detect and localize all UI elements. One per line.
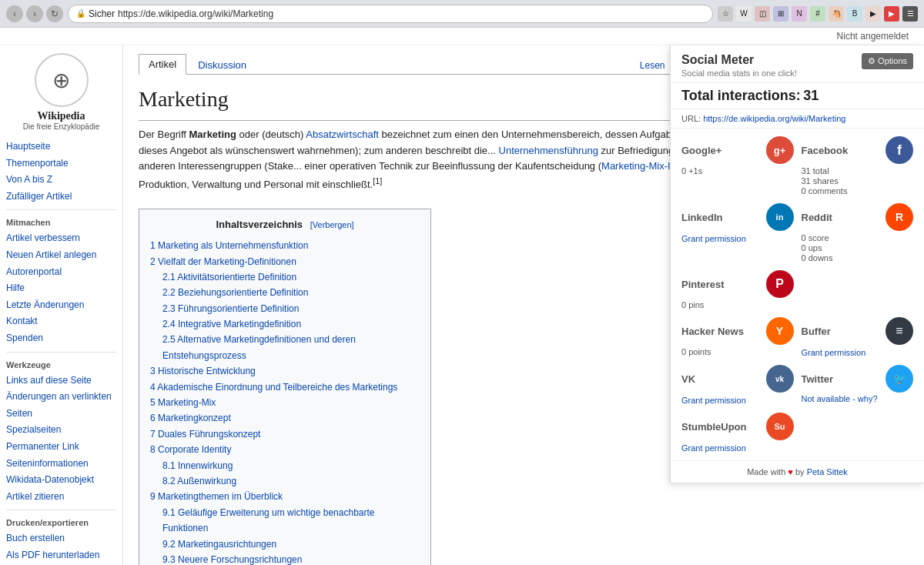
ext-6[interactable]: 🐴: [829, 6, 844, 22]
sm-linkedin-header: LinkedIn in: [681, 203, 794, 231]
toc-link-8[interactable]: 8 Corporate Identity: [150, 444, 231, 455]
toc-link-8-1[interactable]: 8.1 Innenwirkung: [162, 460, 233, 471]
sm-twitter-not-available[interactable]: Not available - why?: [802, 394, 914, 403]
sm-footer: Made with ♥ by Peta Sittek: [671, 460, 924, 483]
sm-twitter-name: Twitter: [802, 373, 834, 385]
sm-reddit-downs: 0 downs: [802, 253, 914, 262]
sidebar-item-buch-erstellen[interactable]: Buch erstellen: [6, 530, 116, 547]
sidebar-item-permanenter-link[interactable]: Permanenter Link: [6, 439, 116, 456]
toc-item: 9.3 Neuere Forschungsrichtungen: [162, 552, 420, 565]
sm-google-name: Google+: [681, 145, 721, 156]
toc-item: 2 Vielfalt der Marketing-Definitionen: [150, 254, 420, 269]
ext-5[interactable]: #: [810, 6, 825, 22]
toc-toggle[interactable]: [Verbergen]: [310, 220, 354, 229]
sidebar-item-artikel-verbessern[interactable]: Artikel verbessern: [6, 230, 116, 247]
sidebar-item-themenportale[interactable]: Themenportale: [6, 155, 116, 172]
sm-vk-permission[interactable]: Grant permission: [681, 396, 794, 405]
ext-3[interactable]: ⊞: [773, 6, 788, 22]
toc-link-9-1[interactable]: 9.1 Geläufige Erweiterung um wichtige be…: [162, 507, 375, 533]
ext-2[interactable]: ◫: [755, 6, 770, 22]
sidebar-item-aenderungen-verlinkten[interactable]: Änderungen an verlinkten Seiten: [6, 389, 116, 422]
back-button[interactable]: ‹: [6, 5, 23, 22]
sidebar-item-hilfe[interactable]: Hilfe: [6, 280, 116, 297]
sidebar-item-spenden[interactable]: Spenden: [6, 330, 116, 347]
toc-link-9-3[interactable]: 9.3 Neuere Forschungsrichtungen: [162, 554, 302, 565]
sidebar-item-als-pdf[interactable]: Als PDF herunterladen: [6, 547, 116, 564]
sm-facebook-icon: f: [886, 136, 913, 164]
toc-link-6[interactable]: 6 Marketingkonzept: [150, 413, 231, 423]
sidebar-item-kontakt[interactable]: Kontakt: [6, 313, 116, 330]
address-bar[interactable]: 🔒 Sicher https://de.wikipedia.org/wiki/M…: [68, 5, 713, 23]
sidebar-item-wikidata[interactable]: Wikidata-Datenobjekt: [6, 472, 116, 489]
sm-linkedin-icon: in: [766, 203, 794, 231]
sidebar-item-neuen-artikel[interactable]: Neuen Artikel anlegen: [6, 247, 116, 264]
toc-link-4[interactable]: 4 Akademische Einordnung und Teilbereich…: [150, 382, 397, 393]
sidebar-item-seiteninformationen[interactable]: Seiteninformationen: [6, 456, 116, 473]
sm-url-link[interactable]: https://de.wikipedia.org/wiki/Marketing: [703, 114, 845, 123]
toc-link-1[interactable]: 1 Marketing als Unternehmensfunktion: [150, 240, 308, 251]
toc-link-2-3[interactable]: 2.3 Führungsorientierte Definition: [162, 303, 299, 314]
sm-total-row: Total interactions: 31: [671, 83, 924, 109]
toc-link-2-1[interactable]: 2.1 Aktivitätsorientierte Definition: [162, 272, 296, 282]
browser-chrome: ‹ › ↻ 🔒 Sicher https://de.wikipedia.org/…: [0, 0, 924, 28]
link-absatzwirtschaft[interactable]: Absatzwirtschaft: [306, 129, 379, 140]
toc-item: 8.1 Innenwirkung: [162, 458, 420, 473]
toc-link-9-2[interactable]: 9.2 Marketingausrichtungen: [162, 539, 276, 550]
reload-button[interactable]: ↻: [46, 5, 63, 22]
toc-item: 2.3 Führungsorientierte Definition: [162, 301, 420, 316]
sidebar-item-von-a-bis-z[interactable]: Von A bis Z: [6, 172, 116, 189]
sm-item-reddit: Reddit R 0 score 0 ups 0 downs: [802, 203, 914, 262]
tab-lesen[interactable]: Lesen: [630, 55, 675, 75]
toc-link-8-2[interactable]: 8.2 Außenwirkung: [162, 476, 236, 486]
sm-twitter-header: Twitter 🐦: [802, 365, 914, 393]
ext-youtube[interactable]: ▶: [884, 6, 899, 22]
ext-9[interactable]: ☰: [902, 6, 918, 22]
sidebar-item-links-auf-diese[interactable]: Links auf diese Seite: [6, 373, 116, 389]
wiki-logo-title: Wikipedia: [6, 110, 116, 122]
sm-header: Social Meter Social media stats in one c…: [671, 45, 924, 83]
sm-linkedin-permission[interactable]: Grant permission: [681, 234, 794, 243]
toc-link-9[interactable]: 9 Marketingthemen im Überblick: [150, 491, 283, 502]
sm-reddit-ups: 0 ups: [802, 243, 914, 252]
ext-4[interactable]: N: [792, 6, 807, 22]
nav-buttons: ‹ › ↻: [6, 5, 63, 22]
sidebar-item-zufaelliger[interactable]: Zufälliger Artikel: [6, 189, 116, 206]
sm-buffer-permission[interactable]: Grant permission: [802, 348, 914, 357]
toc-item: 2.2 Beziehungsorientierte Definition: [162, 285, 420, 300]
heart-icon: ♥: [788, 467, 793, 476]
sm-vk-icon: vk: [766, 365, 794, 393]
sm-pinterest-header: Pinterest P: [681, 270, 794, 298]
sidebar-item-letzte-aenderungen[interactable]: Letzte Änderungen: [6, 297, 116, 314]
toc-link-3[interactable]: 3 Historische Entwicklung: [150, 366, 256, 376]
toc-link-7[interactable]: 7 Duales Führungskonzept: [150, 429, 260, 440]
sidebar-item-artikel-zitieren[interactable]: Artikel zitieren: [6, 489, 116, 506]
ext-star[interactable]: ☆: [718, 6, 733, 22]
toc-item: 9.2 Marketingausrichtungen: [162, 537, 420, 552]
sidebar-item-hauptseite[interactable]: Hauptseite: [6, 139, 116, 155]
ext-7[interactable]: B: [847, 6, 862, 22]
toc-item: 7 Duales Führungskonzept: [150, 426, 420, 442]
toc-link-5[interactable]: 5 Marketing-Mix: [150, 397, 216, 408]
sm-facebook-count-total: 31 total: [802, 166, 914, 176]
forward-button[interactable]: ›: [26, 5, 43, 22]
sm-options-button[interactable]: ⚙ Options: [862, 53, 913, 69]
tab-artikel[interactable]: Artikel: [139, 54, 186, 75]
toc-link-2[interactable]: 2 Vielfalt der Marketing-Definitionen: [150, 256, 296, 267]
toc-link-2-5[interactable]: 2.5 Alternative Marketingdefinitionen un…: [162, 334, 356, 360]
link-unternehmensfuehrung[interactable]: Unternehmensführung: [499, 145, 598, 156]
toc-link-2-4[interactable]: 2.4 Integrative Marketingdefinition: [162, 319, 301, 329]
sidebar-item-spezialseiten[interactable]: Spezialseiten: [6, 422, 116, 439]
sm-title-group: Social Meter Social media stats in one c…: [681, 53, 797, 78]
tab-diskussion[interactable]: Diskussion: [188, 55, 256, 75]
sm-stumbleupon-name: StumbleUpon: [681, 421, 747, 433]
sm-pinterest-count: 0 pins: [681, 300, 794, 309]
sm-footer-link[interactable]: Peta Sittek: [807, 467, 848, 476]
ext-1[interactable]: W: [736, 6, 752, 22]
wiki-logo-image: ⊕: [35, 53, 89, 107]
sm-item-vk: VK vk Grant permission: [681, 365, 794, 405]
sm-stumbleupon-permission[interactable]: Grant permission: [681, 443, 794, 453]
toc-link-2-2[interactable]: 2.2 Beziehungsorientierte Definition: [162, 287, 308, 298]
sm-reddit-header: Reddit R: [802, 203, 914, 231]
sidebar-item-autorenportal[interactable]: Autorenportal: [6, 264, 116, 281]
ext-8[interactable]: ▶: [865, 6, 881, 22]
